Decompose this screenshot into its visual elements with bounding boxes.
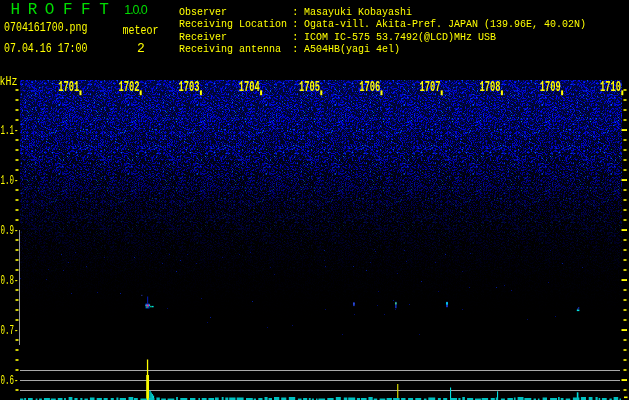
svg-text:1702: 1702 — [118, 79, 139, 96]
svg-text:1.0-: 1.0- — [1, 173, 19, 188]
svg-text:O: O — [45, 1, 55, 19]
svg-text:1707: 1707 — [419, 79, 440, 96]
svg-text:1708: 1708 — [480, 79, 501, 96]
svg-text:meteor: meteor — [123, 23, 159, 38]
svg-text:Receiving Location: Receiving Location — [179, 18, 287, 30]
svg-text:Masayuki Kobayashi: Masayuki Kobayashi — [304, 6, 412, 18]
svg-text:Ogata-vill. Akita-Pref. JAPAN: Ogata-vill. Akita-Pref. JAPAN (139.96E, … — [304, 18, 586, 30]
svg-text:1701: 1701 — [58, 79, 79, 96]
svg-text:0.6-: 0.6- — [1, 373, 19, 388]
svg-text:Receiving antenna: Receiving antenna — [179, 43, 281, 55]
svg-text:1705: 1705 — [299, 79, 320, 96]
svg-text:ICOM IC-575 53.7492(@LCD)MHz U: ICOM IC-575 53.7492(@LCD)MHz USB — [304, 31, 496, 43]
svg-text::: : — [292, 6, 299, 18]
svg-text::: : — [292, 31, 299, 43]
svg-text:Observer: Observer — [179, 6, 227, 18]
svg-text:1709: 1709 — [540, 79, 561, 96]
svg-text:1704: 1704 — [239, 79, 260, 96]
svg-text:Receiver: Receiver — [179, 31, 227, 43]
svg-text:kHz: kHz — [0, 75, 18, 89]
svg-text:0.8-: 0.8- — [1, 273, 19, 288]
svg-text:0.7-: 0.7- — [1, 323, 19, 338]
svg-text:F: F — [63, 1, 73, 19]
svg-text:1710: 1710 — [600, 79, 621, 96]
svg-text:R: R — [28, 1, 38, 19]
svg-text::: : — [292, 18, 299, 30]
svg-text::: : — [292, 43, 299, 55]
svg-text:F: F — [81, 1, 91, 19]
svg-text:H: H — [11, 1, 21, 19]
svg-text:2: 2 — [137, 41, 145, 56]
svg-text:07.04.16 17:00: 07.04.16 17:00 — [4, 41, 88, 56]
svg-text:T: T — [99, 1, 109, 19]
svg-text:0704161700.png: 0704161700.png — [4, 20, 88, 35]
svg-text:1706: 1706 — [359, 79, 380, 96]
svg-text:1703: 1703 — [179, 79, 200, 96]
svg-text:A504HB(yagi 4el): A504HB(yagi 4el) — [304, 43, 400, 55]
svg-text:0.9-: 0.9- — [1, 223, 19, 238]
svg-text:1.0.0: 1.0.0 — [124, 3, 147, 17]
svg-text:1.1-: 1.1- — [1, 123, 19, 138]
